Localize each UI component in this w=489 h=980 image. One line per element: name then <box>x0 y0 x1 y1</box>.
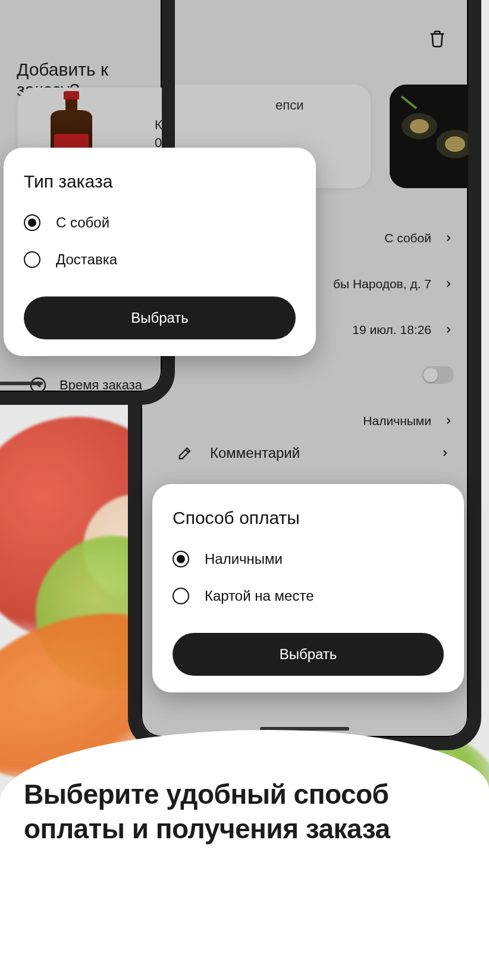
radio-option-delivery[interactable]: Доставка <box>24 251 296 268</box>
chevron-right-icon <box>443 279 454 289</box>
chevron-right-icon <box>443 324 454 335</box>
row-payment[interactable]: Наличными <box>159 403 454 439</box>
radio-label: Наличными <box>205 551 283 567</box>
product-name: епси <box>275 98 303 113</box>
toggle-switch[interactable] <box>422 366 454 384</box>
row-label: Время заказа <box>59 377 142 392</box>
radio-icon <box>24 214 40 231</box>
product-text: Кола/Пепси 0,5 л <box>155 116 162 151</box>
radio-label: С собой <box>56 214 109 231</box>
row-toggle[interactable] <box>159 357 454 393</box>
dialog-title: Способ оплаты <box>173 508 444 528</box>
select-button[interactable]: Выбрать <box>24 297 296 339</box>
chevron-right-icon <box>443 416 454 426</box>
radio-icon <box>173 588 189 604</box>
dialog-title: Тип заказа <box>24 171 296 192</box>
trash-icon <box>427 28 447 48</box>
home-indicator <box>0 382 43 385</box>
food-image <box>390 85 468 188</box>
dialog-payment-method: Способ оплаты Наличными Картой на месте … <box>152 484 464 692</box>
chevron-right-icon <box>443 233 454 244</box>
radio-icon <box>24 251 40 268</box>
promo-panel: Выберите удобный способ оплаты и получен… <box>0 730 489 980</box>
price-pill[interactable]: 0 ₽ <box>156 85 371 96</box>
row-order-time[interactable]: Время заказа 19 июл. 18:26 <box>29 367 162 392</box>
row-value: С собой <box>384 231 431 245</box>
radio-option-pickup[interactable]: С собой <box>24 214 296 231</box>
row-value: бы Народов, д. 7 <box>333 277 431 291</box>
svg-point-3 <box>410 119 429 133</box>
delete-button[interactable] <box>421 21 454 55</box>
radio-label: Доставка <box>56 251 117 268</box>
radio-option-cash[interactable]: Наличными <box>173 551 444 567</box>
radio-label: Картой на месте <box>205 588 314 604</box>
svg-point-4 <box>445 136 465 152</box>
row-value: Наличными <box>363 414 431 428</box>
row-value: 19 июл. 18:26 <box>352 323 431 337</box>
radio-option-card[interactable]: Картой на месте <box>173 588 444 604</box>
chevron-right-icon <box>440 448 450 458</box>
pencil-icon <box>177 445 193 461</box>
row-comment[interactable]: Комментарий <box>177 445 450 461</box>
radio-icon <box>173 551 189 567</box>
dialog-order-type: Тип заказа С собой Доставка Выбрать <box>4 148 316 356</box>
product-card-image[interactable] <box>390 85 468 188</box>
comment-label: Комментарий <box>210 445 300 461</box>
select-button[interactable]: Выбрать <box>173 633 444 676</box>
promo-heading: Выберите удобный способ оплаты и получен… <box>24 778 465 846</box>
